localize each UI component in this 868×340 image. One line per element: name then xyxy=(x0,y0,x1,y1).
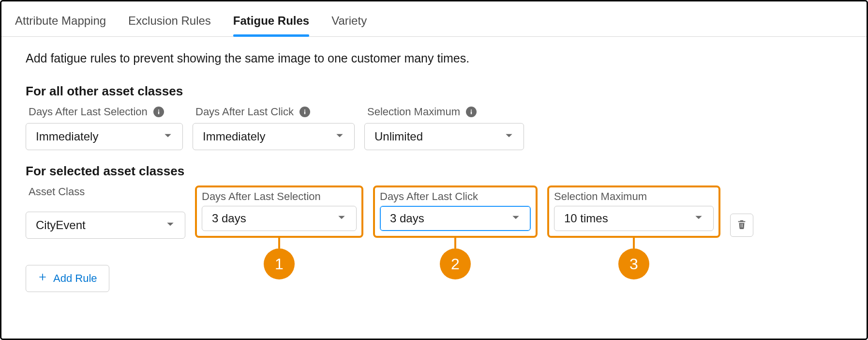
intro-text: Add fatigue rules to prevent showing the… xyxy=(26,51,842,65)
field-selection-max-all: Selection Maximum Unlimited xyxy=(364,106,524,150)
trash-icon xyxy=(736,219,747,232)
select-value: 3 days xyxy=(390,212,424,225)
chevron-down-icon xyxy=(335,130,344,143)
chevron-down-icon xyxy=(504,130,514,143)
select-selection-max-sel[interactable]: 10 times xyxy=(554,206,714,231)
tab-variety[interactable]: Variety xyxy=(331,14,367,36)
chevron-down-icon xyxy=(165,218,175,232)
label-text: Asset Class xyxy=(29,185,85,198)
field-days-after-selection-all: Days After Last Selection Immediately xyxy=(26,106,183,150)
svg-point-0 xyxy=(158,109,159,110)
field-days-after-click-all: Days After Last Click Immediately xyxy=(193,106,355,150)
select-days-after-click-all[interactable]: Immediately xyxy=(193,123,355,150)
heading-selected: For selected asset classes xyxy=(26,164,842,179)
callout-connector: 3 xyxy=(618,236,649,279)
select-value: 10 times xyxy=(564,212,608,225)
select-days-after-selection-sel[interactable]: 3 days xyxy=(202,206,357,231)
select-value: Immediately xyxy=(36,130,98,143)
label-days-after-click-sel: Days After Last Click xyxy=(380,190,531,203)
label-text: Days After Last Selection xyxy=(29,106,148,118)
callout-badge-2: 2 xyxy=(440,248,471,279)
heading-all-other: For all other asset classes xyxy=(26,84,842,99)
app-frame: Attribute Mapping Exclusion Rules Fatigu… xyxy=(0,0,868,340)
tab-bar: Attribute Mapping Exclusion Rules Fatigu… xyxy=(1,1,867,37)
label-days-after-click-all: Days After Last Click xyxy=(193,106,355,118)
tab-fatigue-rules[interactable]: Fatigue Rules xyxy=(233,14,309,36)
plus-icon xyxy=(38,272,47,285)
callout-stem xyxy=(633,236,635,248)
select-value: CityEvent xyxy=(36,218,86,232)
chevron-down-icon xyxy=(163,130,173,143)
select-days-after-selection-all[interactable]: Immediately xyxy=(26,123,183,150)
info-icon[interactable] xyxy=(466,107,477,117)
callout-badge-1: 1 xyxy=(264,248,295,279)
info-icon[interactable] xyxy=(299,107,310,117)
tab-attribute-mapping[interactable]: Attribute Mapping xyxy=(15,14,106,36)
callout-badge-3: 3 xyxy=(618,248,649,279)
select-value: Immediately xyxy=(203,130,265,143)
chevron-down-icon xyxy=(511,212,521,225)
label-days-after-selection-sel: Days After Last Selection xyxy=(202,190,357,203)
label-selection-max-all: Selection Maximum xyxy=(364,106,524,118)
tab-content: Add fatigue rules to prevent showing the… xyxy=(1,37,867,311)
callout-connector: 1 xyxy=(264,236,295,279)
row-selected: Asset Class CityEvent Days After Last Se… xyxy=(26,185,842,239)
highlight-days-after-selection: Days After Last Selection 3 days 1 xyxy=(195,185,363,238)
highlight-days-after-click: Days After Last Click 3 days 2 xyxy=(373,185,538,238)
callout-stem xyxy=(454,236,456,248)
chevron-down-icon xyxy=(694,212,703,225)
svg-rect-1 xyxy=(158,111,159,114)
chevron-down-icon xyxy=(337,212,346,225)
highlight-selection-max: Selection Maximum 10 times 3 xyxy=(547,185,720,238)
select-value: Unlimited xyxy=(374,130,423,143)
svg-point-2 xyxy=(304,109,305,110)
label-days-after-selection-all: Days After Last Selection xyxy=(26,106,183,118)
select-days-after-click-sel[interactable]: 3 days xyxy=(380,206,531,231)
info-icon[interactable] xyxy=(153,107,164,117)
delete-rule-button[interactable] xyxy=(730,214,753,237)
add-rule-label: Add Rule xyxy=(53,272,97,285)
field-asset-class: Asset Class CityEvent xyxy=(26,185,185,239)
add-rule-button[interactable]: Add Rule xyxy=(26,265,109,292)
row-all-other: Days After Last Selection Immediately Da… xyxy=(26,106,842,150)
select-value: 3 days xyxy=(212,212,246,225)
tab-exclusion-rules[interactable]: Exclusion Rules xyxy=(128,14,211,36)
select-asset-class[interactable]: CityEvent xyxy=(26,212,185,239)
svg-point-4 xyxy=(471,109,472,110)
callout-stem xyxy=(278,236,280,248)
svg-rect-5 xyxy=(471,111,472,114)
callout-connector: 2 xyxy=(440,236,471,279)
label-selection-max-sel: Selection Maximum xyxy=(554,190,714,203)
label-text: Days After Last Click xyxy=(195,106,294,118)
label-text: Selection Maximum xyxy=(367,106,460,118)
label-asset-class: Asset Class xyxy=(26,185,185,198)
svg-rect-3 xyxy=(304,111,305,114)
select-selection-max-all[interactable]: Unlimited xyxy=(364,123,524,150)
